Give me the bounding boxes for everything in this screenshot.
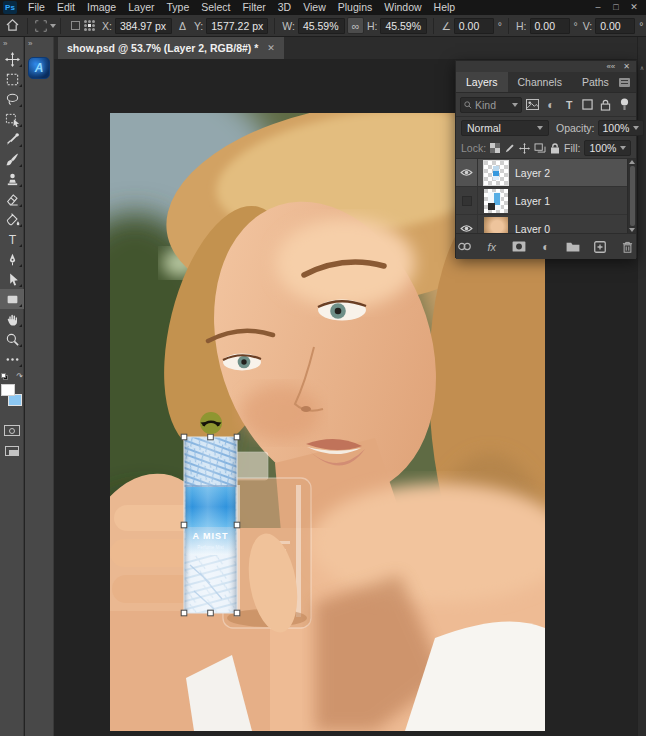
layer-thumbnail[interactable] [484,161,508,185]
filter-pixel-layers-icon[interactable] [525,97,540,113]
transform-handle[interactable] [181,434,187,440]
y-position-field[interactable]: 1577.22 px [206,18,268,34]
default-colors-icon[interactable] [1,373,6,378]
delete-layer-trash-icon[interactable] [619,239,636,255]
menu-layer[interactable]: Layer [122,0,160,15]
v-skew-field[interactable]: 0.00 [595,18,635,34]
reference-point-toggle[interactable] [71,21,80,30]
move-tool[interactable] [0,49,24,69]
home-icon[interactable] [6,19,19,33]
menu-filter[interactable]: Filter [236,0,271,15]
lock-image-pixels-icon[interactable] [504,141,515,155]
relative-position-toggle[interactable]: Δ [174,17,191,34]
menu-edit[interactable]: Edit [51,0,81,15]
path-selection-tool[interactable] [0,269,24,289]
layer-style-fx-button[interactable]: fx [483,239,500,255]
screen-mode-button[interactable] [5,446,19,456]
h-skew-field[interactable]: 0.00 [530,18,570,34]
visibility-toggle[interactable] [456,159,478,186]
transform-handle[interactable] [234,434,240,440]
filtering-toggle-icon[interactable] [617,97,632,113]
transform-handle[interactable] [234,522,240,528]
tool-preset-picker[interactable] [34,19,56,33]
menu-help[interactable]: Help [428,0,462,15]
eyedropper-tool[interactable] [0,129,24,149]
rectangle-tool[interactable] [0,289,24,309]
fill-value-dropdown[interactable]: 100% [584,140,631,156]
menu-type[interactable]: Type [160,0,195,15]
filter-adjustment-layers-icon[interactable]: ◐ [543,97,558,113]
lock-transparent-pixels-icon[interactable] [490,141,500,155]
layers-scrollbar[interactable] [627,159,636,233]
type-tool[interactable]: T [0,229,24,249]
quick-mask-button[interactable] [4,425,20,436]
link-dimensions-icon[interactable]: ∞ [347,17,364,34]
transform-handle[interactable] [181,610,187,616]
new-layer-icon[interactable] [592,239,609,255]
layer-thumbnail[interactable] [484,217,508,234]
lock-position-icon[interactable] [519,141,530,155]
zoom-tool[interactable] [0,329,24,349]
visibility-toggle[interactable] [456,187,478,214]
layer-name[interactable]: Layer 1 [515,195,550,207]
layer-thumbnail[interactable] [484,189,508,213]
blend-mode-dropdown[interactable]: Normal [461,120,549,136]
menu-3d[interactable]: 3D [272,0,297,15]
transform-handle[interactable] [208,434,214,440]
lock-artboard-icon[interactable] [534,141,546,155]
tab-layers[interactable]: Layers [456,72,508,92]
panel-close-icon[interactable]: ✕ [623,62,630,71]
x-position-field[interactable]: 384.97 px [115,18,172,34]
layer-row-layer0[interactable]: Layer 0 [456,215,636,233]
dock-collapse-icon[interactable]: » [25,37,53,49]
menu-image[interactable]: Image [81,0,122,15]
width-field[interactable]: 45.59% [298,18,345,34]
layer-row-layer1[interactable]: Layer 1 [456,187,636,215]
filter-shape-layers-icon[interactable] [580,97,595,113]
tab-close-icon[interactable]: ✕ [267,43,275,53]
layer-name[interactable]: Layer 0 [515,223,550,234]
panel-collapse-icon[interactable]: «« [606,62,615,71]
rotate-angle-field[interactable]: 0.00 [454,18,494,34]
scrollbar-thumb[interactable] [630,166,635,226]
scroll-down-icon[interactable] [629,228,635,232]
layer-filter-kind-dropdown[interactable]: Kind [460,97,522,113]
ai-plugin-panel-icon[interactable]: A [28,57,50,79]
transform-handle[interactable] [208,610,214,616]
paint-bucket-tool[interactable] [0,209,24,229]
tab-paths[interactable]: Paths [572,72,619,92]
filter-smart-objects-icon[interactable] [598,97,613,113]
menu-view[interactable]: View [297,0,332,15]
layer2-bottle[interactable]: A MIST Perfume Mist [184,437,237,613]
lock-all-icon[interactable] [550,141,560,155]
filter-type-layers-icon[interactable]: T [562,97,577,113]
rectangular-marquee-tool[interactable] [0,69,24,89]
brush-tool[interactable] [0,149,24,169]
scroll-up-icon[interactable] [629,160,635,164]
object-selection-tool[interactable] [0,109,24,129]
swap-colors-icon[interactable]: ↷ [16,372,23,381]
toolbar-collapse-icon[interactable]: » [0,37,23,49]
layer-row-layer2[interactable]: Layer 2 [456,159,636,187]
edit-toolbar-ellipsis[interactable] [0,349,24,369]
add-layer-mask-icon[interactable] [510,239,527,255]
dock-scroll-up-icon[interactable]: ∧ [638,64,646,71]
lasso-tool[interactable] [0,89,24,109]
foreground-color-swatch[interactable] [1,384,15,396]
minimize-button[interactable]: – [590,0,606,15]
new-group-folder-icon[interactable] [565,239,582,255]
eraser-tool[interactable] [0,189,24,209]
pen-tool[interactable] [0,249,24,269]
clone-stamp-tool[interactable] [0,169,24,189]
visibility-toggle[interactable] [456,215,478,233]
transform-handle[interactable] [234,610,240,616]
tab-channels[interactable]: Channels [508,72,572,92]
layer-name[interactable]: Layer 2 [515,167,550,179]
maximize-button[interactable]: □ [608,0,624,15]
panel-menu-icon[interactable] [619,78,630,87]
add-adjustment-layer-icon[interactable]: ◐ [537,239,554,255]
menu-plugins[interactable]: Plugins [332,0,378,15]
close-button[interactable]: ✕ [626,0,642,15]
height-field[interactable]: 45.59% [380,18,427,34]
hand-tool[interactable] [0,309,24,329]
